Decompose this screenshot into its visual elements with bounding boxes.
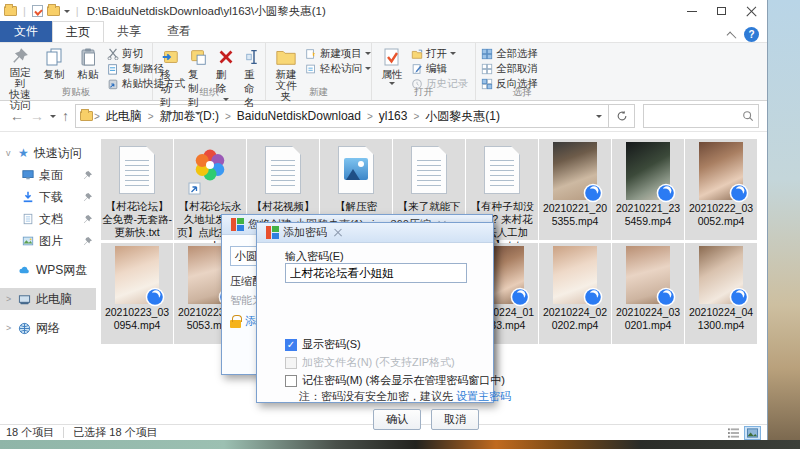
- select-none-button[interactable]: 全部取消: [479, 62, 540, 76]
- breadcrumb-separator: >: [93, 111, 101, 122]
- copy-button[interactable]: 复制: [37, 45, 71, 82]
- encrypt-filenames-checkbox: [285, 357, 297, 369]
- details-view-button[interactable]: [725, 426, 742, 440]
- breadcrumb-segment[interactable]: 小圆黎央惠(1): [420, 108, 505, 125]
- video-thumbnail: [553, 246, 597, 304]
- open-button[interactable]: 打开: [409, 47, 470, 61]
- sidebar-item-downloads[interactable]: 下载: [0, 186, 96, 208]
- rename-button[interactable]: 重命名: [240, 45, 268, 120]
- show-password-checkbox[interactable]: ✓: [285, 339, 297, 351]
- new-item-button[interactable]: 新建项目: [303, 47, 373, 61]
- add-password-dialog-titlebar[interactable]: 添加密码: [257, 223, 493, 243]
- easy-access-button[interactable]: 轻松访问: [303, 62, 373, 76]
- remember-password-row[interactable]: 记住密码(M) (将会显示在管理密码窗口中): [285, 373, 505, 388]
- player-overlay-icon: [656, 287, 676, 307]
- player-overlay-icon: [729, 183, 749, 203]
- details-view-icon: [728, 428, 739, 438]
- image-file-icon: [338, 146, 374, 194]
- properties-quick-icon[interactable]: [32, 5, 43, 17]
- copy-to-button[interactable]: 复制到: [184, 45, 212, 120]
- ribbon-group-organize: 移动到 复制到 删除 重命名 组织: [153, 43, 266, 100]
- sidebar-item-documents[interactable]: 文档: [0, 208, 96, 230]
- confirm-button[interactable]: 确认: [373, 409, 421, 430]
- tab-home[interactable]: 主页: [52, 21, 104, 42]
- search-box[interactable]: [643, 104, 759, 128]
- dropdown-caret: [195, 112, 201, 118]
- new-folder-quick-icon[interactable]: [47, 6, 60, 16]
- paste-button[interactable]: 粘贴: [71, 45, 105, 82]
- chevron-down-icon[interactable]: v: [6, 148, 13, 158]
- pinwheel-browser-icon: [188, 145, 232, 195]
- add-password-dialog-title: 添加密码: [283, 225, 327, 240]
- maximize-button[interactable]: [707, 0, 737, 22]
- rename-icon: [244, 47, 264, 67]
- up-button[interactable]: ↑: [62, 108, 69, 124]
- separator: |: [23, 5, 26, 17]
- file-item[interactable]: 20210221_235459.mp4: [612, 139, 684, 240]
- copy-icon: [44, 47, 64, 67]
- collapse-ribbon-icon[interactable]: [727, 31, 737, 41]
- chevron-right-icon[interactable]: >: [6, 323, 13, 333]
- file-name: 20210221_205355.mp4: [539, 200, 611, 228]
- pin-icon: [83, 215, 92, 224]
- pin-icon: [83, 171, 92, 180]
- tab-file[interactable]: 文件: [0, 21, 52, 42]
- cut-icon: [107, 48, 119, 60]
- delete-button[interactable]: 删除: [212, 45, 240, 120]
- address-dropdown-icon[interactable]: [596, 115, 602, 121]
- file-item[interactable]: 【村花论坛】全免费-无套路-更新快.txt: [101, 139, 173, 240]
- minimize-button[interactable]: [677, 0, 707, 22]
- navigation-pane: v ★ 快速访问 桌面 下载 文档 图片: [0, 132, 96, 424]
- thumbnail-view-button[interactable]: [744, 426, 761, 440]
- refresh-button[interactable]: [609, 104, 635, 128]
- tab-share[interactable]: 共享: [104, 21, 154, 42]
- select-all-icon: [481, 48, 493, 60]
- edit-button[interactable]: 编辑: [409, 62, 470, 76]
- 360zip-app-icon: [231, 218, 244, 231]
- quick-access-star-icon: ★: [18, 146, 29, 160]
- lock-icon: [230, 320, 241, 328]
- sidebar-item-quick-access[interactable]: v ★ 快速访问: [0, 142, 96, 164]
- breadcrumb-segment[interactable]: 此电脑: [101, 108, 147, 125]
- show-password-row[interactable]: ✓ 显示密码(S): [285, 337, 361, 352]
- close-button[interactable]: [737, 0, 767, 22]
- group-label-organize: 组织: [153, 86, 265, 100]
- group-label-open: 打开: [372, 86, 475, 100]
- pin-to-quick-access-button[interactable]: 固定到快速访问: [3, 45, 37, 113]
- file-item[interactable]: 20210221_205355.mp4: [539, 139, 611, 240]
- text-file-icon: [119, 146, 155, 194]
- quick-access-toolbar: | |: [4, 5, 81, 17]
- ribbon-tabs: 文件 主页 共享 查看 ?: [0, 22, 767, 43]
- close-icon[interactable]: [331, 227, 345, 239]
- explorer-app-icon: [4, 6, 17, 16]
- desktop-wallpaper-bottom: [0, 440, 800, 449]
- tab-view[interactable]: 查看: [154, 21, 204, 42]
- help-icon[interactable]: ?: [744, 27, 759, 42]
- copy-path-icon: [107, 63, 119, 75]
- file-item[interactable]: 20210222_030052.mp4: [685, 139, 757, 240]
- cancel-button[interactable]: 取消: [431, 409, 479, 430]
- file-name: 20210223_030954.mp4: [101, 304, 173, 332]
- set-master-password-link[interactable]: 设置主密码: [456, 390, 511, 402]
- file-item[interactable]: 20210224_020202.mp4: [539, 243, 611, 344]
- select-all-button[interactable]: 全部选择: [479, 47, 540, 61]
- move-to-button[interactable]: 移动到: [156, 45, 184, 120]
- sidebar-item-desktop[interactable]: 桌面: [0, 164, 96, 186]
- chevron-right-icon[interactable]: >: [6, 294, 13, 304]
- sidebar-item-wps-cloud[interactable]: WPS网盘: [0, 259, 96, 281]
- recent-locations-icon[interactable]: [50, 115, 56, 121]
- search-input[interactable]: [648, 110, 742, 122]
- remember-password-checkbox[interactable]: [285, 375, 297, 387]
- ribbon-group-new: 新建文件夹 新建项目 轻松访问 新建: [266, 43, 372, 100]
- sidebar-item-network[interactable]: > 网络: [0, 317, 96, 339]
- password-input[interactable]: [285, 263, 467, 283]
- customize-toolbar-icon[interactable]: [64, 10, 70, 16]
- file-item[interactable]: 20210224_030201.mp4: [612, 243, 684, 344]
- breadcrumb-segment[interactable]: yl163: [374, 109, 413, 123]
- file-item[interactable]: 20210223_030954.mp4: [101, 243, 173, 344]
- sidebar-item-this-pc[interactable]: > 此电脑: [0, 288, 96, 310]
- sidebar-item-pictures[interactable]: 图片: [0, 230, 96, 252]
- properties-button[interactable]: 属性: [375, 45, 409, 90]
- video-thumbnail: [115, 246, 159, 304]
- file-item[interactable]: 20210224_041300.mp4: [685, 243, 757, 344]
